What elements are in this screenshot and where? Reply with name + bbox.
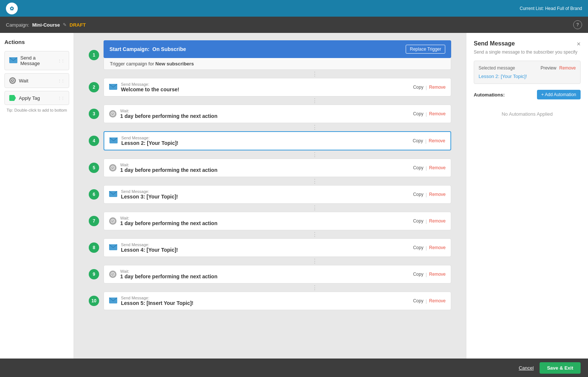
wait-icon-step3 xyxy=(109,110,116,118)
step-card-content-3: Wait: 1 day before performing the next a… xyxy=(120,109,409,119)
remove-button-6[interactable]: Remove xyxy=(429,192,446,197)
cancel-button[interactable]: Cancel xyxy=(519,365,534,371)
remove-button-3[interactable]: Remove xyxy=(429,111,446,116)
automations-section: Automations: + Add Automation No Automat… xyxy=(474,90,581,124)
remove-button-10[interactable]: Remove xyxy=(429,298,446,303)
preview-link[interactable]: Preview xyxy=(541,65,557,71)
step-number-7: 7 xyxy=(89,216,99,226)
right-panel: Send Message × Send a single message to … xyxy=(466,33,588,359)
step-card-label-2: Send Message: xyxy=(121,82,409,86)
copy-button-7[interactable]: Copy xyxy=(413,218,423,224)
connector-3: ⋮ xyxy=(178,96,451,105)
action-item-apply-tag[interactable]: Apply Tag ⋮⋮ xyxy=(4,91,69,105)
top-navigation: ✿ Current List: Head Full of Brand xyxy=(0,0,588,17)
selected-message-section: Selected message Preview Remove Lesson 2… xyxy=(474,61,581,84)
step-number-6: 6 xyxy=(89,189,99,200)
svg-line-19 xyxy=(113,274,114,275)
copy-button-4[interactable]: Copy xyxy=(413,138,423,143)
connector-8: ⋮ xyxy=(178,230,451,238)
step-number-9: 9 xyxy=(89,269,99,279)
step-card-9[interactable]: Wait: 1 day before performing the next a… xyxy=(104,265,451,283)
action-item-send-message[interactable]: Send a Message ⋮⋮ xyxy=(4,51,69,70)
action-apply-tag-label: Apply Tag xyxy=(19,95,55,101)
step-card-value-8: Lesson 4: [Your Topic]! xyxy=(121,247,409,253)
step-card-actions-6: Copy | Remove xyxy=(413,192,446,197)
step-card-7[interactable]: Wait: 1 day before performing the next a… xyxy=(104,212,451,230)
step-number-8: 8 xyxy=(89,242,99,253)
mail-icon-step8 xyxy=(109,244,117,251)
selected-message-label: Selected message xyxy=(479,65,515,71)
copy-button-6[interactable]: Copy xyxy=(413,192,423,197)
step-card-2[interactable]: Send Message: Welcome to the course! Cop… xyxy=(104,78,451,96)
remove-button-8[interactable]: Remove xyxy=(429,245,446,250)
step-card-4[interactable]: Send Message: Lesson 2: [Your Topic]! Co… xyxy=(104,131,451,150)
step-card-6[interactable]: Send Message: Lesson 3: [Your Topic]! Co… xyxy=(104,185,451,204)
copy-button-5[interactable]: Copy xyxy=(413,165,423,170)
start-campaign-card: Start Campaign: On Subscribe Replace Tri… xyxy=(104,40,451,58)
step-card-actions-2: Copy | Remove xyxy=(413,85,446,90)
step-card-actions-5: Copy | Remove xyxy=(413,165,446,171)
remove-button-9[interactable]: Remove xyxy=(429,272,446,277)
connector-2: ⋮ xyxy=(178,70,451,78)
step-card-label-7: Wait: xyxy=(120,216,409,220)
step-row-7: 7 Wait: 1 day before performing the next… xyxy=(89,212,451,230)
step-card-content-9: Wait: 1 day before performing the next a… xyxy=(120,269,409,279)
drag-handle-tag: ⋮⋮ xyxy=(58,96,64,100)
edit-campaign-icon[interactable]: ✎ xyxy=(63,22,67,27)
svg-line-15 xyxy=(113,221,114,222)
step-card-label-3: Wait: xyxy=(120,109,409,113)
step-card-3[interactable]: Wait: 1 day before performing the next a… xyxy=(104,105,451,123)
connector-4: ⋮ xyxy=(178,123,451,131)
step-row-6: 6 Send Message: Lesson 3: [Your Topic]! … xyxy=(89,185,451,204)
step-card-actions-8: Copy | Remove xyxy=(413,245,446,251)
remove-button-4[interactable]: Remove xyxy=(429,138,445,143)
step-card-value-5: 1 day before performing the next action xyxy=(120,167,409,173)
selected-message-actions: Preview Remove xyxy=(541,65,576,71)
step-card-8[interactable]: Send Message: Lesson 4: [Your Topic]! Co… xyxy=(104,238,451,257)
remove-button-2[interactable]: Remove xyxy=(429,85,446,90)
right-panel-header: Send Message × xyxy=(474,40,581,48)
step-card-10[interactable]: Send Message: Lesson 5: [Insert Your Top… xyxy=(104,292,451,310)
current-list-label: Current List: Head Full of Brand xyxy=(520,6,582,11)
step-card-content-4: Send Message: Lesson 2: [Your Topic]! xyxy=(121,136,409,146)
connector-6: ⋮ xyxy=(178,177,451,185)
copy-button-3[interactable]: Copy xyxy=(413,111,423,116)
copy-button-9[interactable]: Copy xyxy=(413,272,423,277)
remove-button-5[interactable]: Remove xyxy=(429,165,446,170)
main-layout: Actions Send a Message ⋮⋮ Wait ⋮⋮ Apply … xyxy=(0,33,588,359)
copy-button-2[interactable]: Copy xyxy=(413,85,423,90)
right-panel-title: Send Message xyxy=(474,40,515,47)
step-row-5: 5 Wait: 1 day before performing the next… xyxy=(89,159,451,177)
connector-10: ⋮ xyxy=(178,283,451,292)
connector-5: ⋮ xyxy=(178,150,451,159)
step-row-9: 9 Wait: 1 day before performing the next… xyxy=(89,265,451,283)
step-card-actions-4: Copy | Remove xyxy=(413,138,445,144)
remove-button-7[interactable]: Remove xyxy=(429,218,446,224)
step-row-1: 1 Start Campaign: On Subscribe Replace T… xyxy=(89,40,451,70)
step-card-5[interactable]: Wait: 1 day before performing the next a… xyxy=(104,159,451,177)
action-item-wait[interactable]: Wait ⋮⋮ xyxy=(4,73,69,88)
help-button[interactable]: ? xyxy=(573,20,582,29)
step-row-10: 10 Send Message: Lesson 5: [Insert Your … xyxy=(89,292,451,310)
step-card-actions-7: Copy | Remove xyxy=(413,218,446,224)
start-campaign-block: Start Campaign: On Subscribe Replace Tri… xyxy=(104,40,451,70)
wait-icon xyxy=(9,77,16,84)
step-card-label-6: Send Message: xyxy=(121,189,409,194)
step-card-content-5: Wait: 1 day before performing the next a… xyxy=(120,163,409,173)
app-logo[interactable]: ✿ xyxy=(6,3,18,14)
save-exit-button[interactable]: Save & Exit xyxy=(540,362,581,374)
add-automation-button[interactable]: + Add Automation xyxy=(537,90,581,99)
replace-trigger-button[interactable]: Replace Trigger xyxy=(406,45,445,54)
step-card-content-7: Wait: 1 day before performing the next a… xyxy=(120,216,409,226)
copy-button-10[interactable]: Copy xyxy=(413,298,423,303)
mail-icon-step4 xyxy=(109,137,118,145)
remove-message-link[interactable]: Remove xyxy=(559,65,576,71)
step-card-actions-3: Copy | Remove xyxy=(413,111,446,117)
step-card-label-5: Wait: xyxy=(120,163,409,167)
wait-icon-step9 xyxy=(109,271,116,278)
action-wait-label: Wait xyxy=(19,78,55,84)
step-card-value-6: Lesson 3: [Your Topic]! xyxy=(121,194,409,200)
step-card-value-3: 1 day before performing the next action xyxy=(120,113,409,119)
close-panel-button[interactable]: × xyxy=(577,40,581,48)
copy-button-8[interactable]: Copy xyxy=(413,245,423,250)
